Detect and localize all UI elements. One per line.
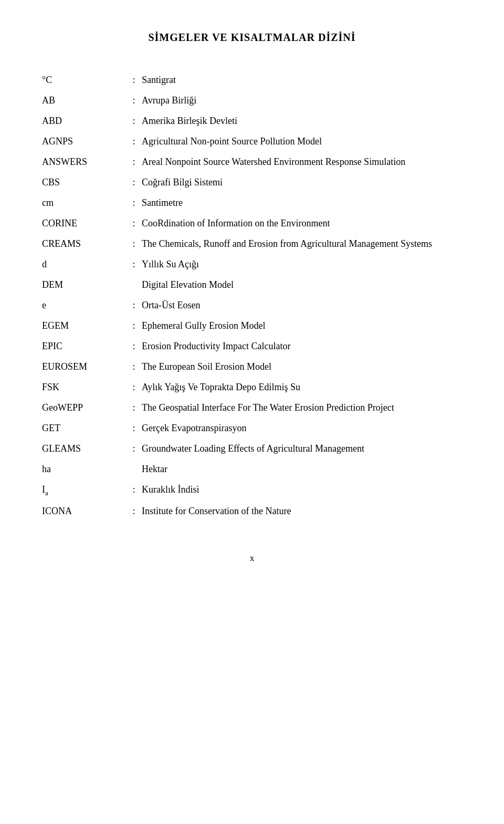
colon-cell: : xyxy=(126,479,142,501)
table-row: GET:Gerçek Evapotranspirasyon xyxy=(42,418,462,439)
colon-cell: : xyxy=(126,193,142,213)
abbreviation-cell: cm xyxy=(42,193,126,213)
colon-cell: : xyxy=(126,336,142,357)
table-row: EGEM:Ephemeral Gully Erosion Model xyxy=(42,316,462,336)
colon-cell: : xyxy=(126,357,142,377)
abbreviation-cell: Ia xyxy=(42,479,126,501)
abbreviation-cell: FSK xyxy=(42,377,126,398)
colon-cell: : xyxy=(126,213,142,234)
definition-cell: Hektar xyxy=(142,459,462,479)
definition-cell: Kuraklık İndisi xyxy=(142,479,462,501)
abbreviation-cell: EUROSEM xyxy=(42,357,126,377)
table-row: DEMDigital Elevation Model xyxy=(42,275,462,295)
abbreviation-cell: CORINE xyxy=(42,213,126,234)
colon-cell: : xyxy=(126,295,142,316)
abbreviation-cell: ABD xyxy=(42,111,126,131)
colon-cell: : xyxy=(126,152,142,172)
definition-cell: Santigrat xyxy=(142,70,462,90)
colon-cell: : xyxy=(126,131,142,152)
table-row: ABD:Amerika Birleşik Devleti xyxy=(42,111,462,131)
definition-cell: Avrupa Birliği xyxy=(142,90,462,111)
colon-cell: : xyxy=(126,439,142,459)
table-row: ICONA:Institute for Conservation of the … xyxy=(42,501,462,521)
table-row: Ia:Kuraklık İndisi xyxy=(42,479,462,501)
abbreviation-cell: GET xyxy=(42,418,126,439)
abbreviation-cell: AGNPS xyxy=(42,131,126,152)
table-row: EUROSEM:The European Soil Erosion Model xyxy=(42,357,462,377)
definition-cell: Gerçek Evapotranspirasyon xyxy=(142,418,462,439)
definition-cell: Institute for Conservation of the Nature xyxy=(142,501,462,521)
table-row: haHektar xyxy=(42,459,462,479)
definition-cell: Coğrafi Bilgi Sistemi xyxy=(142,172,462,193)
table-row: cm:Santimetre xyxy=(42,193,462,213)
colon-cell: : xyxy=(126,172,142,193)
table-row: CBS:Coğrafi Bilgi Sistemi xyxy=(42,172,462,193)
table-row: GeoWEPP:The Geospatial Interface For The… xyxy=(42,398,462,418)
abbreviations-table: °C:SantigratAB:Avrupa BirliğiABD:Amerika… xyxy=(42,70,462,521)
colon-cell: : xyxy=(126,70,142,90)
definition-cell: Aylık Yağış Ve Toprakta Depo Edilmiş Su xyxy=(142,377,462,398)
abbreviation-cell: d xyxy=(42,254,126,275)
definition-cell: Yıllık Su Açığı xyxy=(142,254,462,275)
table-row: AGNPS:Agricultural Non-point Source Poll… xyxy=(42,131,462,152)
table-row: ANSWERS:Areal Nonpoint Source Watershed … xyxy=(42,152,462,172)
abbreviation-cell: ha xyxy=(42,459,126,479)
definition-cell: The Chemicals, Runoff and Erosion from A… xyxy=(142,234,462,254)
abbreviation-cell: e xyxy=(42,295,126,316)
abbreviation-cell: GeoWEPP xyxy=(42,398,126,418)
colon-cell: : xyxy=(126,111,142,131)
table-row: e:Orta-Üst Eosen xyxy=(42,295,462,316)
definition-cell: Areal Nonpoint Source Watershed Environm… xyxy=(142,152,462,172)
abbreviation-cell: EGEM xyxy=(42,316,126,336)
table-row: AB:Avrupa Birliği xyxy=(42,90,462,111)
table-row: CREAMS:The Chemicals, Runoff and Erosion… xyxy=(42,234,462,254)
colon-cell: : xyxy=(126,234,142,254)
abbreviation-cell: AB xyxy=(42,90,126,111)
definition-cell: The European Soil Erosion Model xyxy=(142,357,462,377)
colon-cell: : xyxy=(126,418,142,439)
abbreviation-cell: EPIC xyxy=(42,336,126,357)
page-number: x xyxy=(42,553,462,564)
table-row: d:Yıllık Su Açığı xyxy=(42,254,462,275)
definition-cell: The Geospatial Interface For The Water E… xyxy=(142,398,462,418)
colon-cell: : xyxy=(126,254,142,275)
colon-cell: : xyxy=(126,316,142,336)
definition-cell: Santimetre xyxy=(142,193,462,213)
abbreviation-cell: CREAMS xyxy=(42,234,126,254)
abbreviation-cell: °C xyxy=(42,70,126,90)
abbreviation-cell: DEM xyxy=(42,275,126,295)
abbreviation-cell: GLEAMS xyxy=(42,439,126,459)
colon-cell: : xyxy=(126,377,142,398)
colon-cell: : xyxy=(126,90,142,111)
colon-cell xyxy=(126,459,142,479)
definition-cell: Groundwater Loading Effects of Agricultu… xyxy=(142,439,462,459)
definition-cell: Digital Elevation Model xyxy=(142,275,462,295)
definition-cell: CooRdination of Information on the Envir… xyxy=(142,213,462,234)
table-row: EPIC:Erosion Productivity Impact Calcula… xyxy=(42,336,462,357)
page-title: SİMGELER VE KISALTMALAR DİZİNİ xyxy=(42,32,462,44)
table-row: CORINE:CooRdination of Information on th… xyxy=(42,213,462,234)
definition-cell: Ephemeral Gully Erosion Model xyxy=(142,316,462,336)
colon-cell: : xyxy=(126,398,142,418)
table-row: FSK:Aylık Yağış Ve Toprakta Depo Edilmiş… xyxy=(42,377,462,398)
abbreviation-cell: ICONA xyxy=(42,501,126,521)
definition-cell: Agricultural Non-point Source Pollution … xyxy=(142,131,462,152)
abbreviation-cell: CBS xyxy=(42,172,126,193)
definition-cell: Erosion Productivity Impact Calculator xyxy=(142,336,462,357)
definition-cell: Amerika Birleşik Devleti xyxy=(142,111,462,131)
table-row: °C:Santigrat xyxy=(42,70,462,90)
colon-cell xyxy=(126,275,142,295)
definition-cell: Orta-Üst Eosen xyxy=(142,295,462,316)
abbreviation-cell: ANSWERS xyxy=(42,152,126,172)
colon-cell: : xyxy=(126,501,142,521)
table-row: GLEAMS:Groundwater Loading Effects of Ag… xyxy=(42,439,462,459)
